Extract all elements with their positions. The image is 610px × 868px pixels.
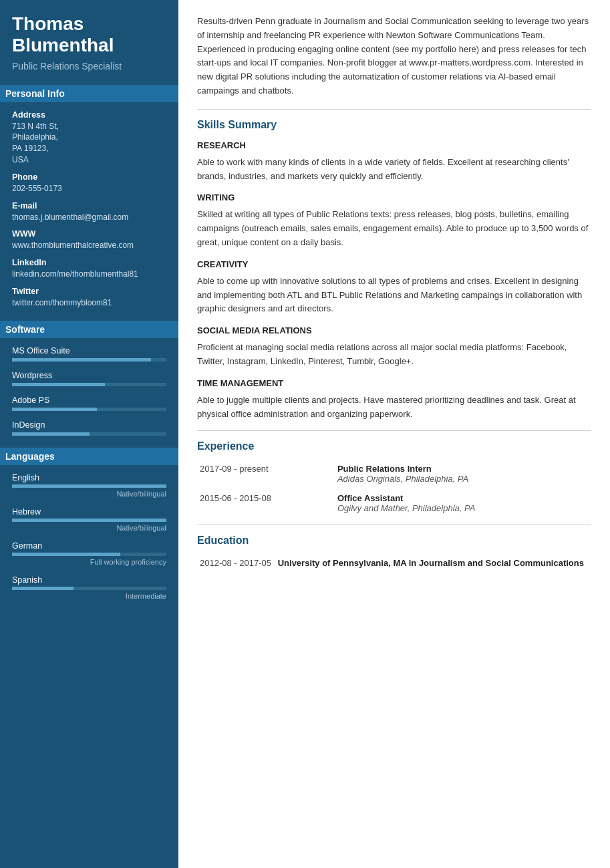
candidate-name: Thomas Blumenthal: [12, 13, 166, 56]
software-bar-track: [12, 432, 166, 436]
experience-title: Experience: [197, 440, 591, 452]
phone-label: Phone: [12, 172, 166, 182]
language-bar-track: [12, 484, 166, 488]
software-header: Software: [0, 321, 178, 338]
personal-info-header: Personal Info: [0, 85, 178, 102]
skills-title: Skills Summary: [197, 119, 591, 131]
education-table: 2012-08 - 2017-05 University of Pennsylv…: [197, 556, 591, 570]
main-content: Results-driven Penn graduate in Journali…: [178, 0, 610, 868]
language-bar-fill: [12, 519, 166, 522]
divider-2: [197, 430, 591, 431]
skill-description: Able to juggle multiple clients and proj…: [197, 394, 591, 422]
language-bar-track: [12, 587, 166, 590]
edu-date: 2012-08 - 2017-05: [197, 556, 275, 570]
language-item: German Full working proficiency: [12, 541, 166, 566]
software-item: MS Office Suite: [12, 346, 166, 361]
language-name: Spanish: [12, 575, 166, 585]
skill-section: WRITING Skilled at writing all types of …: [197, 192, 591, 249]
language-bar-fill: [12, 553, 120, 556]
exp-date: 2015-06 - 2015-08: [197, 491, 335, 515]
email-label: E-mail: [12, 201, 166, 210]
language-bar-fill: [12, 587, 73, 590]
skill-heading: RESEARCH: [197, 140, 591, 150]
language-name: English: [12, 473, 166, 482]
software-bar-fill: [12, 432, 90, 436]
email-value: thomas.j.blumenthal@gmail.com: [12, 212, 166, 223]
language-level: Native/bilingual: [12, 490, 166, 498]
skill-section: CREATIVITY Able to come up with innovati…: [197, 259, 591, 316]
exp-title: Public Relations Intern: [337, 464, 589, 474]
divider-1: [197, 109, 591, 110]
linkedin-label: LinkedIn: [12, 258, 166, 267]
sidebar: Thomas Blumenthal Public Relations Speci…: [0, 0, 178, 868]
software-bar-track: [12, 408, 166, 411]
summary-text: Results-driven Penn graduate in Journali…: [197, 15, 591, 98]
language-level: Native/bilingual: [12, 524, 166, 532]
language-level: Intermediate: [12, 592, 166, 600]
table-row: 2017-09 - present Public Relations Inter…: [197, 462, 591, 486]
skill-description: Able to come up with innovative solution…: [197, 275, 591, 316]
software-name: Wordpress: [12, 371, 166, 380]
languages-header: Languages: [0, 448, 178, 465]
language-bar-track: [12, 519, 166, 522]
exp-company: Adidas Originals, Philadelphia, PA: [337, 474, 589, 484]
table-row: 2015-06 - 2015-08 Office Assistant Ogilv…: [197, 491, 591, 515]
exp-details: Office Assistant Ogilvy and Mather, Phil…: [335, 491, 591, 515]
skill-section: TIME MANAGEMENT Able to juggle multiple …: [197, 378, 591, 422]
software-list: MS Office Suite Wordpress Adobe PS InDes…: [12, 346, 166, 436]
skills-list: RESEARCH Able to work with many kinds of…: [197, 140, 591, 422]
edu-title: University of Pennsylvania, MA in Journa…: [278, 558, 589, 568]
language-bar-fill: [12, 484, 166, 488]
skill-description: Able to work with many kinds of clients …: [197, 156, 591, 184]
linkedin-value: linkedin.com/me/thomblumenthal81: [12, 269, 166, 280]
language-name: Hebrew: [12, 507, 166, 517]
language-item: Spanish Intermediate: [12, 575, 166, 600]
software-bar-track: [12, 358, 166, 361]
table-row: 2012-08 - 2017-05 University of Pennsylv…: [197, 556, 591, 570]
software-item: Adobe PS: [12, 396, 166, 411]
skill-section: SOCIAL MEDIA RELATIONS Proficient at man…: [197, 325, 591, 369]
exp-date: 2017-09 - present: [197, 462, 335, 486]
experience-table: 2017-09 - present Public Relations Inter…: [197, 462, 591, 515]
skill-description: Skilled at writing all types of Public R…: [197, 208, 591, 249]
address-label: Address: [12, 110, 166, 120]
education-title: Education: [197, 535, 591, 547]
language-item: Hebrew Native/bilingual: [12, 507, 166, 532]
phone-value: 202-555-0173: [12, 183, 166, 194]
software-name: MS Office Suite: [12, 346, 166, 355]
exp-title: Office Assistant: [337, 493, 589, 503]
www-value: www.thomblumenthalcreative.com: [12, 240, 166, 251]
software-name: Adobe PS: [12, 396, 166, 405]
skill-heading: TIME MANAGEMENT: [197, 378, 591, 388]
language-item: English Native/bilingual: [12, 473, 166, 498]
divider-3: [197, 525, 591, 525]
language-bar-track: [12, 553, 166, 556]
language-level: Full working proficiency: [12, 558, 166, 566]
software-bar-fill: [12, 358, 151, 361]
software-item: Wordpress: [12, 371, 166, 386]
software-item: InDesign: [12, 420, 166, 436]
row-gap: [197, 486, 591, 491]
software-name: InDesign: [12, 420, 166, 430]
skill-heading: WRITING: [197, 192, 591, 202]
www-label: WWW: [12, 229, 166, 239]
resume-container: Thomas Blumenthal Public Relations Speci…: [0, 0, 610, 868]
software-bar-track: [12, 383, 166, 386]
twitter-label: Twitter: [12, 287, 166, 296]
edu-details: University of Pennsylvania, MA in Journa…: [275, 556, 591, 570]
software-bar-fill: [12, 383, 105, 386]
skill-heading: CREATIVITY: [197, 259, 591, 269]
candidate-title: Public Relations Specialist: [12, 60, 166, 72]
twitter-value: twitter.com/thommybloom81: [12, 297, 166, 309]
exp-company: Ogilvy and Mather, Philadelphia, PA: [337, 503, 589, 513]
skill-heading: SOCIAL MEDIA RELATIONS: [197, 325, 591, 335]
skill-section: RESEARCH Able to work with many kinds of…: [197, 140, 591, 184]
skill-description: Proficient at managing social media rela…: [197, 341, 591, 369]
exp-details: Public Relations Intern Adidas Originals…: [335, 462, 591, 486]
address-value: 713 N 4th St,Philadelphia,PA 19123,USA: [12, 121, 166, 166]
languages-list: English Native/bilingual Hebrew Native/b…: [12, 473, 166, 600]
language-name: German: [12, 541, 166, 551]
software-bar-fill: [12, 408, 97, 411]
